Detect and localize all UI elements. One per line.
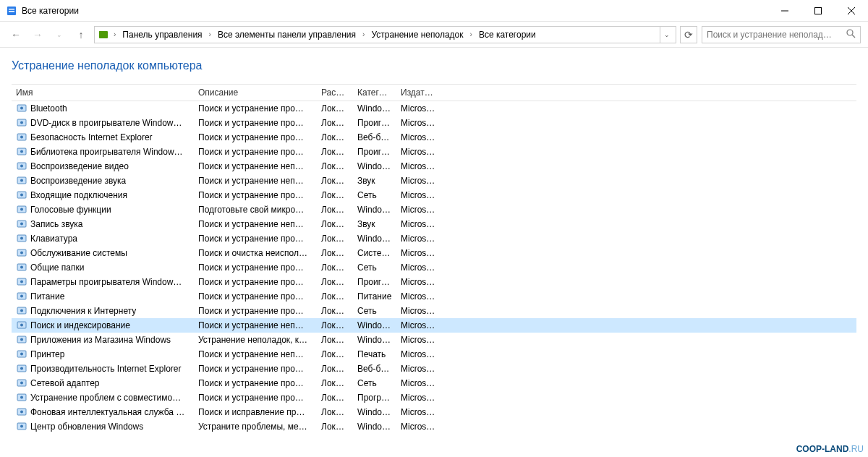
troubleshooter-icon	[16, 421, 27, 432]
item-name: Обслуживание системы	[30, 248, 127, 258]
list-item[interactable]: Подключения к ИнтернетуПоиск и устранени…	[12, 304, 856, 318]
item-location: Лока…	[317, 335, 353, 345]
item-name: Общие папки	[30, 262, 84, 273]
svg-point-26	[20, 208, 23, 211]
list-item[interactable]: BluetoothПоиск и устранение про…Лока…Win…	[12, 101, 856, 116]
item-category: Питание	[353, 291, 396, 302]
item-name: Центр обновления Windows	[30, 422, 143, 432]
list-item[interactable]: DVD-диск в проигрывателе Window…Поиск и …	[12, 116, 856, 130]
chevron-right-icon[interactable]: ›	[467, 30, 475, 38]
item-desc: Поиск и устранение неп…	[194, 349, 317, 359]
list-item[interactable]: КлавиатураПоиск и устранение про…Лока…Wi…	[12, 231, 856, 246]
troubleshooter-icon	[16, 291, 27, 302]
item-desc: Поиск и устранение про…	[194, 378, 317, 388]
list-item[interactable]: Библиотека проигрывателя Window…Поиск и …	[12, 145, 856, 159]
item-desc: Поиск и устранение про…	[194, 234, 317, 244]
list-item[interactable]: Воспроизведение звукаПоиск и устранение …	[12, 174, 856, 188]
troubleshooter-icon	[16, 117, 27, 129]
list-item[interactable]: Фоновая интеллектуальная служба …Поиск и…	[12, 405, 856, 419]
item-publisher: Microso…	[396, 306, 440, 316]
svg-point-54	[20, 411, 23, 414]
svg-point-30	[20, 237, 23, 240]
app-icon	[6, 5, 17, 17]
item-desc: Поиск и устранение про…	[194, 262, 317, 273]
list-item[interactable]: Общие папкиПоиск и устранение про…Лока…С…	[12, 260, 856, 275]
item-publisher: Microso…	[396, 205, 440, 215]
svg-point-28	[20, 223, 23, 226]
svg-point-36	[20, 281, 23, 283]
breadcrumb[interactable]: › Панель управления › Все элементы панел…	[94, 26, 676, 43]
troubleshooter-icon	[16, 262, 27, 273]
list-item[interactable]: Центр обновления WindowsУстраните пробле…	[12, 419, 856, 434]
item-location: Лока…	[317, 407, 353, 417]
list-item[interactable]: Производительность Internet ExplorerПоис…	[12, 362, 856, 376]
item-publisher: Microso…	[396, 234, 440, 244]
item-name: Устранение проблем с совместимо…	[30, 393, 181, 403]
item-category: Сеть	[353, 378, 396, 388]
list-item[interactable]: Параметры проигрывателя Window…Поиск и у…	[12, 275, 856, 289]
watermark-suffix: .RU	[848, 444, 864, 454]
item-publisher: Microso…	[396, 118, 440, 128]
column-header-publisher[interactable]: Издатель	[396, 87, 440, 98]
troubleshooter-icon	[16, 103, 27, 114]
list-item[interactable]: Воспроизведение видеоПоиск и устранение …	[12, 159, 856, 174]
list-body: BluetoothПоиск и устранение про…Лока…Win…	[12, 101, 856, 434]
breadcrumb-dropdown[interactable]: ⌄	[660, 27, 673, 43]
item-name: Входящие подключения	[30, 190, 127, 200]
column-header-desc[interactable]: Описание	[194, 87, 317, 98]
item-publisher: Microso…	[396, 277, 440, 287]
item-name: Питание	[30, 291, 64, 302]
svg-point-52	[20, 396, 23, 399]
maximize-button[interactable]	[801, 0, 835, 22]
list-item[interactable]: Сетевой адаптерПоиск и устранение про…Ло…	[12, 376, 856, 390]
back-button[interactable]: ←	[7, 26, 25, 43]
svg-point-50	[20, 382, 23, 385]
search-input[interactable]: Поиск и устранение неполад…	[702, 26, 861, 43]
item-name: Подключения к Интернету	[30, 306, 136, 316]
breadcrumb-item-1[interactable]: Все элементы панели управления	[216, 28, 358, 41]
list-header: Имя Описание Расп… Катего… Издатель	[12, 84, 856, 101]
item-desc: Устранение неполадок, к…	[194, 335, 317, 345]
item-name: Библиотека проигрывателя Window…	[30, 147, 183, 157]
item-location: Лока…	[317, 364, 353, 374]
refresh-button[interactable]: ⟳	[680, 26, 697, 43]
troubleshooter-icon	[16, 320, 27, 331]
list-item[interactable]: Обслуживание системыПоиск и очистка неис…	[12, 246, 856, 260]
list-item[interactable]: Приложения из Магазина WindowsУстранение…	[12, 333, 856, 347]
list-item[interactable]: ПитаниеПоиск и устранение про…Лока…Питан…	[12, 289, 856, 304]
item-desc: Поиск и исправление пр…	[194, 407, 317, 417]
list-item[interactable]: Безопасность Internet ExplorerПоиск и ус…	[12, 130, 856, 145]
navbar: ← → ⌄ ↑ › Панель управления › Все элемен…	[0, 22, 868, 48]
item-desc: Поиск и устранение про…	[194, 277, 317, 287]
svg-point-48	[20, 367, 23, 370]
item-location: Лока…	[317, 262, 353, 273]
list-item[interactable]: ПринтерПоиск и устранение неп…Лока…Печат…	[12, 347, 856, 362]
item-location: Лока…	[317, 291, 353, 302]
chevron-right-icon[interactable]: ›	[359, 30, 367, 38]
column-header-location[interactable]: Расп…	[317, 87, 353, 98]
minimize-button[interactable]	[768, 0, 801, 22]
recent-dropdown[interactable]: ⌄	[51, 26, 68, 43]
search-placeholder: Поиск и устранение неполад…	[707, 30, 832, 40]
list-item[interactable]: Запись звукаПоиск и устранение неп…Лока……	[12, 217, 856, 231]
breadcrumb-item-3[interactable]: Все категории	[477, 28, 538, 41]
item-name: Приложения из Магазина Windows	[30, 335, 171, 345]
forward-button[interactable]: →	[29, 26, 46, 43]
troubleshooter-icon	[16, 247, 27, 259]
list-item[interactable]: Голосовые функцииПодготовьте свой микро……	[12, 202, 856, 217]
list-item[interactable]: Поиск и индексированиеПоиск и устранение…	[12, 318, 856, 333]
content-area: Устранение неполадок компьютера Имя Опис…	[0, 48, 868, 445]
chevron-right-icon[interactable]: ›	[111, 30, 119, 38]
item-location: Лока…	[317, 161, 353, 171]
column-header-name[interactable]: Имя	[12, 87, 194, 98]
column-header-category[interactable]: Катего…	[353, 87, 396, 98]
chevron-right-icon[interactable]: ›	[206, 30, 214, 38]
up-button[interactable]: ↑	[72, 26, 90, 43]
item-category: Сеть	[353, 190, 396, 200]
list-item[interactable]: Входящие подключенияПоиск и устранение п…	[12, 188, 856, 202]
close-button[interactable]	[835, 0, 868, 22]
troubleshooter-icon	[16, 349, 27, 360]
breadcrumb-item-2[interactable]: Устранение неполадок	[369, 28, 465, 41]
breadcrumb-item-0[interactable]: Панель управления	[120, 28, 204, 41]
list-item[interactable]: Устранение проблем с совместимо…Поиск и …	[12, 390, 856, 405]
